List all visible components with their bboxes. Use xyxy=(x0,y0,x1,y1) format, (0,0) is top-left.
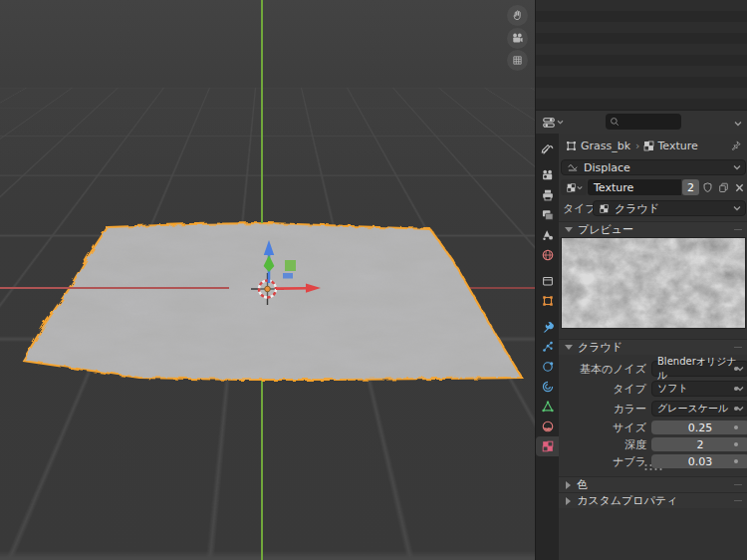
disclosure-triangle-icon xyxy=(565,227,573,232)
gizmo-y-arrow xyxy=(264,255,275,272)
tab-output[interactable] xyxy=(536,185,559,205)
properties-header xyxy=(536,111,747,135)
gizmo-plane-handle-blue xyxy=(283,273,293,279)
chevron-down-icon xyxy=(734,121,742,127)
unlink-x-button[interactable] xyxy=(732,179,746,195)
field-label: サイズ xyxy=(559,420,646,435)
color-mode-dropdown[interactable]: グレースケール xyxy=(651,401,747,417)
field-label: タイプ xyxy=(559,382,646,397)
breadcrumb-separator: › xyxy=(635,140,639,152)
field-label: 深度 xyxy=(559,437,646,452)
viewport-3d[interactable] xyxy=(0,0,535,560)
color-mode-row: カラー グレースケール xyxy=(559,401,747,417)
editor-type-button[interactable] xyxy=(539,114,567,132)
tab-view-layer[interactable] xyxy=(536,205,559,225)
panel-dash-icon xyxy=(734,500,742,501)
new-copy-button[interactable] xyxy=(716,179,731,195)
texture-type-row: タイプ クラウド xyxy=(559,200,747,216)
panel-header-custom-properties[interactable]: カスタムプロパティ xyxy=(559,492,747,508)
gizmo-center-dot xyxy=(265,286,271,292)
right-panel: Grass_bk › Texture Displace xyxy=(535,0,747,560)
fake-user-shield-button[interactable] xyxy=(700,179,715,195)
animate-dot[interactable] xyxy=(734,459,738,463)
tab-scene[interactable] xyxy=(536,225,559,245)
nabla-field[interactable]: 0.03 xyxy=(651,454,747,468)
panel-title: 色 xyxy=(577,477,588,492)
breadcrumb-texture-name[interactable]: Texture xyxy=(658,140,698,152)
texture-type-value: クラウド xyxy=(615,201,659,216)
tab-material[interactable] xyxy=(536,417,559,436)
field-label: カラー xyxy=(559,402,646,417)
size-field[interactable]: 0.25 xyxy=(651,420,747,434)
disclosure-triangle-icon xyxy=(566,497,571,505)
filter-button[interactable] xyxy=(734,117,742,130)
properties-editor: Grass_bk › Texture Displace xyxy=(559,134,747,560)
texture-checker-icon xyxy=(642,140,655,152)
breadcrumb-object-name[interactable]: Grass_bk xyxy=(581,140,630,152)
search-input[interactable] xyxy=(620,115,679,129)
pin-icon[interactable] xyxy=(730,140,742,151)
outliner-editor[interactable] xyxy=(536,0,747,111)
disclosure-triangle-icon xyxy=(566,481,571,489)
texture-checker-icon xyxy=(599,203,610,214)
depth-field[interactable]: 2 xyxy=(651,437,747,451)
panel-title: プレビュー xyxy=(578,222,633,237)
breadcrumb: Grass_bk › Texture xyxy=(559,137,747,154)
animate-dot[interactable] xyxy=(734,367,738,371)
noise-basis-row: 基本のノイズ Blenderオリジナル xyxy=(559,361,747,377)
texture-context-dropdown[interactable]: Displace xyxy=(561,159,746,175)
tab-object-data[interactable] xyxy=(536,397,559,417)
animate-dot[interactable] xyxy=(734,407,738,411)
chevron-down-icon xyxy=(557,120,564,125)
displace-icon xyxy=(567,161,579,173)
animate-dot[interactable] xyxy=(734,442,738,446)
tab-render[interactable] xyxy=(536,165,559,185)
tab-collection[interactable] xyxy=(536,271,559,291)
gizmo-z-arrow xyxy=(264,240,274,255)
nabla-row: ナブラ 0.03 xyxy=(559,454,747,468)
tab-texture[interactable] xyxy=(536,436,559,456)
texture-preview-image[interactable] xyxy=(561,237,746,329)
tab-tool[interactable] xyxy=(536,140,559,159)
panel-dash-icon xyxy=(734,484,742,485)
camera-view-icon[interactable] xyxy=(507,28,528,49)
animate-dot[interactable] xyxy=(734,387,738,391)
tab-object[interactable] xyxy=(536,291,559,311)
toggle-ortho-icon[interactable] xyxy=(507,50,528,71)
pan-hand-icon[interactable] xyxy=(507,5,528,26)
blender-window: Grass_bk › Texture Displace xyxy=(0,0,747,560)
panel-header-clouds[interactable]: クラウド xyxy=(559,339,747,355)
search-icon xyxy=(610,117,620,127)
depth-row: 深度 2 xyxy=(559,437,747,451)
datablock-name-field[interactable]: Texture xyxy=(588,179,681,195)
browse-texture-button[interactable] xyxy=(561,179,587,195)
tab-constraints[interactable] xyxy=(536,377,559,397)
type-label: タイプ xyxy=(563,201,597,216)
size-row: サイズ 0.25 xyxy=(559,420,747,434)
panel-title: カスタムプロパティ xyxy=(577,493,677,508)
chevron-down-icon xyxy=(733,205,741,211)
tab-physics[interactable] xyxy=(536,357,559,377)
properties-tab-column xyxy=(536,134,559,560)
tab-particles[interactable] xyxy=(536,337,559,357)
object-icon xyxy=(565,140,578,152)
tab-modifiers[interactable] xyxy=(536,317,559,337)
field-label: ナブラ xyxy=(559,454,646,469)
noise-basis-dropdown[interactable]: Blenderオリジナル xyxy=(651,361,747,377)
panel-header-preview[interactable]: プレビュー xyxy=(559,221,747,237)
noise-type-dropdown[interactable]: ソフト xyxy=(651,381,747,397)
context-selector-value: Displace xyxy=(584,161,630,174)
users-count-button[interactable]: 2 xyxy=(682,179,699,195)
texture-checker-icon xyxy=(566,182,577,193)
gizmo-x-arrow xyxy=(306,283,321,292)
tab-world[interactable] xyxy=(536,245,559,265)
panel-header-color[interactable]: 色 xyxy=(559,476,747,492)
search-box[interactable] xyxy=(606,114,681,130)
animate-dot[interactable] xyxy=(734,425,738,429)
disclosure-triangle-icon xyxy=(565,345,573,350)
chevron-down-icon xyxy=(733,164,741,170)
noise-type-row: タイプ ソフト xyxy=(559,381,747,397)
datablock-row: Texture 2 xyxy=(559,179,747,195)
chevron-down-icon xyxy=(577,185,583,190)
texture-type-dropdown[interactable]: クラウド xyxy=(593,200,746,216)
